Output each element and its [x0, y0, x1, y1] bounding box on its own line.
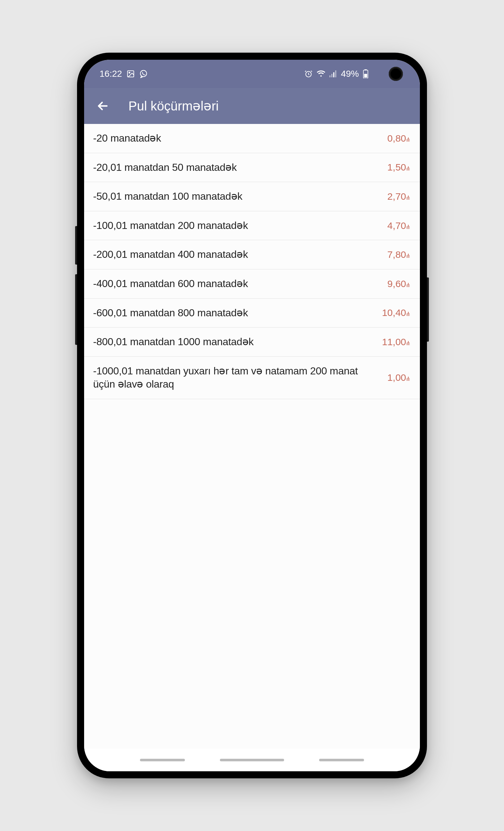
front-camera [389, 67, 403, 81]
screen: 16:22 [84, 60, 420, 771]
page-title: Pul köçürmələri [128, 98, 218, 113]
list-item[interactable]: -100,01 manatdan 200 manatadək 4,70₼ [84, 211, 420, 240]
fee-range-label: -400,01 manatdan 600 manatadək [93, 277, 381, 291]
phone-power-button [427, 278, 429, 342]
nav-recents[interactable] [140, 759, 185, 761]
android-nav-bar [84, 749, 420, 771]
battery-percent: 49% [341, 69, 359, 79]
fee-range-label: -600,01 manatdan 800 manatadək [93, 306, 376, 320]
image-icon [126, 70, 135, 78]
list-item[interactable]: -1000,01 manatdan yuxarı hər tam və nata… [84, 357, 420, 399]
svg-point-2 [140, 70, 147, 77]
status-bar: 16:22 [84, 60, 420, 88]
list-item[interactable]: -50,01 manatdan 100 manatadək 2,70₼ [84, 182, 420, 211]
status-right: 49% [304, 69, 368, 79]
svg-rect-5 [331, 74, 333, 77]
phone-side-button [75, 226, 77, 265]
fee-range-label: -20,01 manatdan 50 manatadək [93, 161, 381, 174]
list-item[interactable]: -600,01 manatdan 800 manatadək 10,40₼ [84, 298, 420, 328]
fee-price: 11,00₼ [382, 337, 411, 347]
back-arrow-icon[interactable] [96, 99, 110, 113]
signal-icon [329, 70, 337, 77]
list-item[interactable]: -20,01 manatdan 50 manatadək 1,50₼ [84, 153, 420, 182]
fee-price: 1,00₼ [387, 372, 411, 383]
fee-price: 4,70₼ [387, 220, 411, 231]
fee-price: 0,80₼ [387, 133, 411, 144]
svg-rect-7 [335, 70, 336, 77]
svg-rect-4 [329, 76, 331, 77]
fee-price: 9,60₼ [387, 278, 411, 289]
app-bar: Pul köçürmələri [84, 88, 420, 124]
whatsapp-icon [139, 70, 148, 78]
list-item[interactable]: -20 manatadək 0,80₼ [84, 124, 420, 153]
svg-rect-10 [364, 74, 367, 78]
list-item[interactable]: -800,01 manatdan 1000 manatadək 11,00₼ [84, 327, 420, 357]
fee-range-label: -800,01 manatdan 1000 manatadək [93, 335, 376, 349]
svg-rect-6 [333, 72, 334, 77]
svg-point-1 [129, 72, 130, 73]
list-item[interactable]: -400,01 manatdan 600 manatadək 9,60₼ [84, 269, 420, 298]
list-item[interactable]: -200,01 manatdan 400 manatadək 7,80₼ [84, 240, 420, 269]
battery-icon [363, 69, 368, 78]
alarm-icon [304, 70, 313, 78]
fee-list[interactable]: -20 manatadək 0,80₼ -20,01 manatdan 50 m… [84, 124, 420, 749]
status-time: 16:22 [99, 69, 122, 79]
fee-range-label: -20 manatadək [93, 132, 381, 145]
fee-price: 7,80₼ [387, 249, 411, 260]
fee-range-label: -200,01 manatdan 400 manatadək [93, 248, 381, 261]
fee-price: 2,70₼ [387, 191, 411, 202]
fee-range-label: -100,01 manatdan 200 manatadək [93, 219, 381, 232]
fee-range-label: -50,01 manatdan 100 manatadək [93, 190, 381, 203]
status-left: 16:22 [99, 69, 148, 79]
fee-range-label: -1000,01 manatdan yuxarı hər tam və nata… [93, 365, 381, 391]
wifi-icon [317, 70, 326, 77]
nav-back[interactable] [319, 759, 364, 761]
nav-home[interactable] [220, 759, 284, 761]
fee-price: 10,40₼ [382, 307, 411, 318]
phone-frame: 16:22 [77, 53, 427, 778]
phone-side-button [75, 274, 77, 345]
fee-price: 1,50₼ [387, 162, 411, 173]
